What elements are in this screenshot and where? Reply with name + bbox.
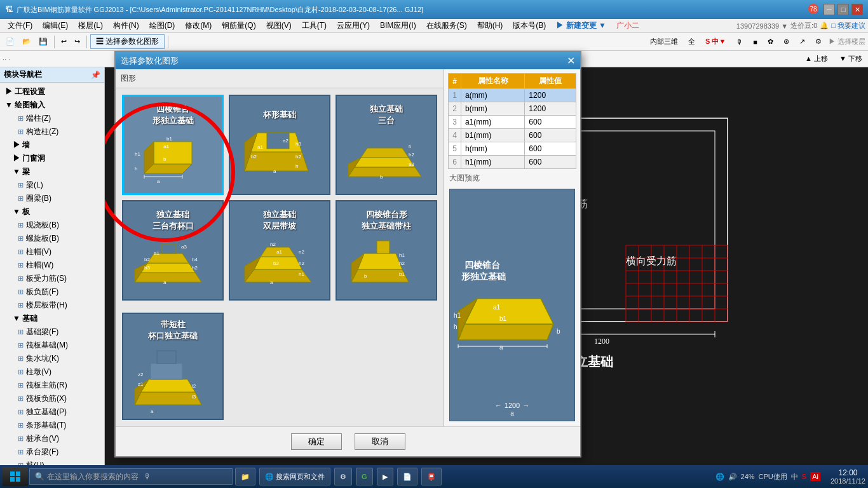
sidebar-item-zhudun[interactable]: ⊞ 柱墩(V): [8, 365, 102, 379]
sidebar-item-beam[interactable]: ▼ 梁: [8, 165, 102, 179]
taskbar-app-pdf[interactable]: 📄: [397, 468, 417, 485]
toolbar-open[interactable]: 📂: [19, 36, 34, 48]
menu-help[interactable]: 帮助(H): [472, 19, 508, 32]
toolbar-icon1[interactable]: ■: [750, 36, 761, 48]
sidebar-item-dulijijichu[interactable]: ⊞ 独立基础(P): [8, 405, 102, 419]
menu-modify[interactable]: 修改(M): [180, 19, 217, 32]
taskbar-app-g[interactable]: G: [356, 468, 373, 485]
sidebar-item-loudaiban[interactable]: ⊞ 楼层板带(H): [8, 299, 102, 312]
sidebar-item-chengtailiang[interactable]: ⊞ 承台梁(F): [8, 445, 102, 459]
sidebar-item-banshouliji[interactable]: ⊞ 板受力筋(S): [8, 272, 102, 285]
sidebar-item-zhumao[interactable]: ⊞ 柱帽(V): [8, 245, 102, 259]
toolbar-select-param[interactable]: ☰ 选择参数化图形: [90, 34, 165, 49]
sidebar-item-jishukeng[interactable]: ⊞ 集水坑(K): [8, 352, 102, 365]
sidebar-item-project-settings[interactable]: ▶ 工程设置: [3, 85, 102, 98]
props-row-5[interactable]: 6 h1(mm) 600: [449, 156, 576, 169]
menu-edit[interactable]: 编辑(E): [37, 19, 73, 32]
toolbar-full[interactable]: 全: [685, 35, 698, 48]
taskbar-app-3[interactable]: ⚙: [334, 468, 352, 485]
menu-view[interactable]: 视图(V): [261, 19, 297, 32]
toolbar-icon2[interactable]: ✿: [764, 36, 776, 48]
sidebar-item-zhuang[interactable]: ⊞ 桩(U): [8, 459, 102, 465]
shape-cell-2[interactable]: 杯形基础 a a2 b2 a1 h3: [229, 95, 330, 195]
sidebar-item-jichuliang[interactable]: ⊞ 基础梁(F): [8, 325, 102, 339]
row-prop-value-1[interactable]: 1200: [525, 102, 576, 116]
toolbar-icon5[interactable]: ⚙: [812, 36, 825, 48]
menu-new-change[interactable]: ▶ 新建变更 ▼: [551, 19, 611, 32]
sidebar-item-fabanjc[interactable]: ⊞ 筏板基础(M): [8, 339, 102, 352]
toolbar-zoom[interactable]: S 中▼: [702, 35, 729, 48]
shape-cell-3[interactable]: 独立基础三台 b a3 h2 h: [336, 95, 437, 195]
browser-icon: 🌐 搜索网页和文件: [265, 472, 325, 482]
confirm-button[interactable]: 确定: [291, 433, 342, 450]
sidebar-item-slab[interactable]: ▼ 板: [8, 205, 102, 219]
loudaiban-icon: ⊞: [18, 301, 24, 309]
sidebar-item-luoxuan[interactable]: ⊞ 螺旋板(B): [8, 232, 102, 245]
menu-component[interactable]: 构件(N): [108, 19, 144, 32]
sidebar-item-duanzhu[interactable]: ⊞ 端柱(Z): [8, 112, 102, 125]
taskbar-app-video[interactable]: ▶: [377, 468, 393, 485]
sidebar-item-drawing-input[interactable]: ▼ 绘图输入: [3, 98, 102, 112]
menu-draw[interactable]: 绘图(D): [144, 19, 180, 32]
maximize-button[interactable]: □: [837, 4, 849, 15]
row-prop-value-0[interactable]: 1200: [525, 89, 576, 102]
sidebar-item-gouzao[interactable]: ⊞ 构造柱(Z): [8, 125, 102, 139]
start-button[interactable]: [3, 467, 28, 486]
props-row-0[interactable]: 1 a(mm) 1200: [449, 89, 576, 102]
shape-cell-1[interactable]: 四棱锥台形独立基础 h1 h a b a1: [122, 95, 224, 195]
row-prop-value-5[interactable]: 600: [525, 156, 576, 169]
shape-cell-5[interactable]: 独立基础双层带坡 a b2 a1 h1 h2: [229, 200, 330, 301]
notification-badge[interactable]: 78: [808, 4, 818, 14]
move-up-button[interactable]: ▲ 上移: [802, 52, 831, 65]
toolbar-save[interactable]: 💾: [36, 36, 51, 48]
props-row-4[interactable]: 5 h(mm) 600: [449, 142, 576, 156]
taskbar-search[interactable]: 🔍 在这里输入你要搜索的内容 🎙: [29, 468, 233, 485]
sidebar-item-zhuangtai[interactable]: ⊞ 桩承台(V): [8, 432, 102, 445]
toolbar-undo[interactable]: ↩: [58, 36, 70, 48]
cancel-button[interactable]: 取消: [355, 433, 405, 450]
sidebar-item-door-window[interactable]: ▶ 门窗洞: [8, 152, 102, 165]
sidebar-item-wall[interactable]: ▶ 墙: [8, 139, 102, 152]
move-down-button[interactable]: ▼ 下移: [836, 52, 865, 65]
toolbar-redo[interactable]: ↪: [71, 36, 83, 48]
menu-file[interactable]: 文件(F): [3, 19, 37, 32]
row-prop-value-4[interactable]: 600: [525, 142, 576, 156]
menu-online[interactable]: 在线服务(S): [421, 19, 472, 32]
toolbar-icon3[interactable]: ⊛: [780, 36, 792, 48]
sidebar-item-liang[interactable]: ⊞ 梁(L): [8, 179, 102, 192]
row-prop-value-2[interactable]: 600: [525, 116, 576, 129]
menu-tools[interactable]: 工具(T): [297, 19, 332, 32]
mic-icon: 🎙: [144, 472, 151, 481]
sidebar-pin[interactable]: 📌: [91, 71, 100, 79]
shape-cell-6[interactable]: 四棱锥台形独立基础带柱 b b1 h2 h1: [336, 200, 437, 301]
sidebar-item-banfujin[interactable]: ⊞ 板负筋(F): [8, 285, 102, 299]
props-row-1[interactable]: 2 b(mm) 1200: [449, 102, 576, 116]
sidebar-item-tiaoxingjichu[interactable]: ⊞ 条形基础(T): [8, 419, 102, 432]
sidebar-item-xianjiao[interactable]: ⊞ 现浇板(B): [8, 219, 102, 232]
props-row-2[interactable]: 3 a1(mm) 600: [449, 116, 576, 129]
minimize-button[interactable]: ─: [824, 4, 835, 15]
sidebar-item-fabanfujin[interactable]: ⊞ 筏板负筋(X): [8, 392, 102, 405]
close-button[interactable]: ✕: [851, 4, 863, 15]
taskbar-app-browser[interactable]: 🌐 搜索网页和文件: [259, 468, 330, 485]
menu-version[interactable]: 版本号(B): [508, 19, 551, 32]
shape-cell-4[interactable]: 独立基础三台有杯口 a b3 b2 a1: [122, 200, 224, 301]
toolbar-mic[interactable]: 🎙: [733, 36, 746, 48]
sidebar-item-fabanzhujin[interactable]: ⊞ 筏板主筋(R): [8, 379, 102, 392]
toolbar-icon4[interactable]: ↗: [796, 36, 808, 48]
sidebar-item-zhumao2[interactable]: ⊞ 柱帽(W): [8, 259, 102, 272]
props-row-3[interactable]: 4 b1(mm) 600: [449, 129, 576, 142]
shape-cell-7[interactable]: 带短柱杯口独立基础 z2 z1 a: [122, 313, 224, 420]
row-prop-value-3[interactable]: 600: [525, 129, 576, 142]
sidebar-item-quanliang[interactable]: ⊞ 圈梁(B): [8, 192, 102, 205]
toolbar-new[interactable]: 📄: [3, 36, 18, 48]
taskbar-app-mail[interactable]: 📮: [421, 468, 442, 485]
menu-bim[interactable]: BIM应用(I): [375, 19, 421, 32]
menu-floor[interactable]: 楼层(L): [73, 19, 108, 32]
menu-cloud[interactable]: 云应用(Y): [332, 19, 375, 32]
menu-guangxiao[interactable]: 广小二: [611, 19, 644, 32]
sidebar-item-foundation[interactable]: ▼ 基础: [8, 312, 102, 325]
toolbar-3d[interactable]: 内部三维: [647, 35, 681, 48]
taskbar-app-explorer[interactable]: 📁: [235, 468, 255, 485]
menu-rebar[interactable]: 钢筋量(Q): [217, 19, 261, 32]
